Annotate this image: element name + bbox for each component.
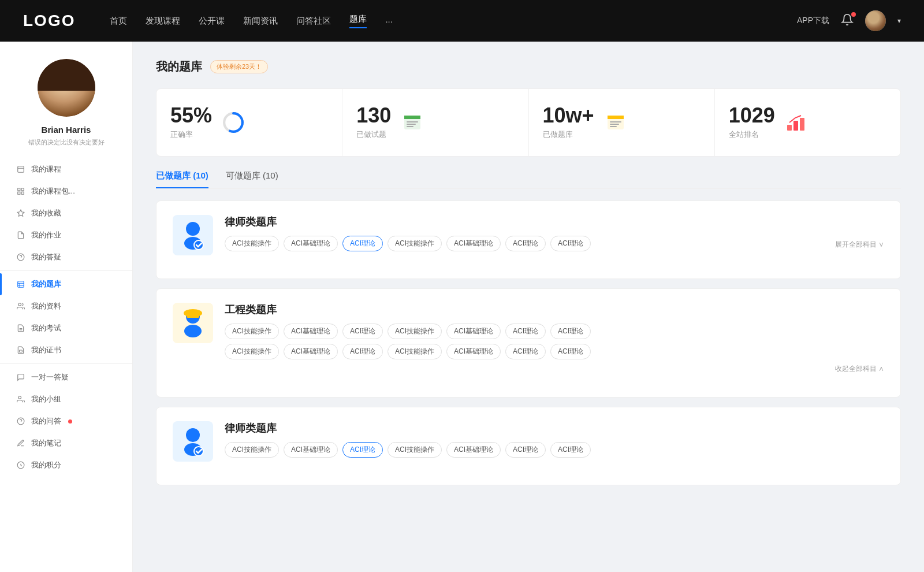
sidebar-item-group[interactable]: 我的小组 xyxy=(0,388,132,410)
sidebar-item-1on1-label: 一对一答疑 xyxy=(31,372,69,382)
qbank-card-lawyer-2-title: 律师类题库 xyxy=(225,421,884,435)
user-menu-chevron[interactable]: ▾ xyxy=(897,17,901,25)
law2-tag-2[interactable]: ACI理论 xyxy=(342,442,383,458)
svg-point-12 xyxy=(18,303,21,306)
sidebar-item-profile[interactable]: 我的资料 xyxy=(0,295,132,317)
qbank-card-engineer-tags-row1: ACI技能操作 ACI基础理论 ACI理论 ACI技能操作 ACI基础理论 AC… xyxy=(225,324,884,339)
sidebar-item-exam-label: 我的考试 xyxy=(31,323,61,333)
sidebar-item-1on1[interactable]: 一对一答疑 xyxy=(0,366,132,388)
tag-0[interactable]: ACI技能操作 xyxy=(225,236,279,251)
sidebar-item-qbank[interactable]: 我的题库 xyxy=(0,273,132,295)
collapse-link-engineer[interactable]: 收起全部科目 ∧ xyxy=(225,364,884,374)
stat-done-questions-text: 130 已做试题 xyxy=(356,105,391,140)
sidebar-item-favorites[interactable]: 我的收藏 xyxy=(0,202,132,224)
qbank-card-lawyer-2-tags: ACI技能操作 ACI基础理论 ACI理论 ACI技能操作 ACI基础理论 AC… xyxy=(225,442,884,458)
eng-tag-r1-0[interactable]: ACI技能操作 xyxy=(225,324,279,339)
svg-point-37 xyxy=(186,222,200,236)
law2-tag-5[interactable]: ACI理论 xyxy=(505,442,546,458)
svg-rect-25 xyxy=(407,121,418,122)
tag-2[interactable]: ACI理论 xyxy=(342,236,383,251)
stat-accuracy-value: 55% xyxy=(170,105,212,126)
profile-icon xyxy=(16,302,25,311)
group-icon xyxy=(16,395,25,404)
eng-tag-r1-5[interactable]: ACI理论 xyxy=(505,324,546,339)
svg-rect-34 xyxy=(787,125,792,131)
sidebar-item-certificate-label: 我的证书 xyxy=(31,345,61,355)
tag-1[interactable]: ACI基础理论 xyxy=(284,236,338,251)
myqa-red-dot xyxy=(68,419,72,424)
stat-ranking-value: 1029 xyxy=(729,105,775,126)
sidebar-item-qa-label: 我的答疑 xyxy=(31,252,61,262)
svg-rect-27 xyxy=(407,126,413,127)
tag-5[interactable]: ACI理论 xyxy=(505,236,546,251)
svg-rect-36 xyxy=(800,118,804,131)
law2-tag-6[interactable]: ACI理论 xyxy=(550,442,591,458)
page-title: 我的题库 xyxy=(156,59,202,75)
eng-tag-r1-3[interactable]: ACI技能操作 xyxy=(388,324,442,339)
eng-tag-r2-2[interactable]: ACI理论 xyxy=(342,344,383,359)
tabs: 已做题库 (10) 可做题库 (10) xyxy=(156,170,901,189)
sidebar-item-exam[interactable]: 我的考试 xyxy=(0,317,132,339)
sidebar-item-qa[interactable]: 我的答疑 xyxy=(0,246,132,268)
stat-done-questions-value: 130 xyxy=(356,105,391,126)
nav-news[interactable]: 新闻资讯 xyxy=(243,16,278,27)
qa-icon xyxy=(16,252,25,262)
avatar[interactable] xyxy=(865,10,886,31)
nav-discover[interactable]: 发现课程 xyxy=(146,16,180,27)
qbank-card-lawyer-1-title: 律师类题库 xyxy=(225,215,884,229)
sidebar-item-notes[interactable]: 我的笔记 xyxy=(0,432,132,454)
nav-more[interactable]: ··· xyxy=(385,16,393,26)
qbank-avatar-engineer xyxy=(173,303,213,343)
law2-tag-3[interactable]: ACI技能操作 xyxy=(388,442,442,458)
eng-tag-r2-1[interactable]: ACI基础理论 xyxy=(284,344,338,359)
eng-tag-r1-6[interactable]: ACI理论 xyxy=(550,324,591,339)
eng-tag-r1-4[interactable]: ACI基础理论 xyxy=(446,324,501,339)
qbank-card-lawyer-1-header: 律师类题库 ACI技能操作 ACI基础理论 ACI理论 ACI技能操作 ACI基… xyxy=(173,215,884,255)
sidebar-item-course-package[interactable]: 我的课程包... xyxy=(0,180,132,202)
law2-tag-1[interactable]: ACI基础理论 xyxy=(284,442,338,458)
sidebar-item-points[interactable]: 我的积分 xyxy=(0,454,132,476)
svg-rect-8 xyxy=(18,281,24,288)
notes-icon xyxy=(16,439,25,448)
expand-link-lawyer-1[interactable]: 展开全部科目 ∨ xyxy=(835,237,884,250)
eng-tag-r2-5[interactable]: ACI理论 xyxy=(505,344,546,359)
tag-3[interactable]: ACI技能操作 xyxy=(388,236,442,251)
sidebar-item-homework[interactable]: 我的作业 xyxy=(0,224,132,246)
stats-row: 55% 正确率 130 已做试题 xyxy=(156,88,901,157)
eng-tag-r2-0[interactable]: ACI技能操作 xyxy=(225,344,279,359)
eng-tag-r1-1[interactable]: ACI基础理论 xyxy=(284,324,338,339)
stat-done-banks-value: 10w+ xyxy=(543,105,594,126)
profile-avatar-image xyxy=(38,59,95,117)
sidebar-item-myqa[interactable]: 我的问答 xyxy=(0,410,132,432)
sidebar-item-course[interactable]: 我的课程 xyxy=(0,158,132,180)
stat-accuracy-label: 正确率 xyxy=(170,129,212,140)
tab-done[interactable]: 已做题库 (10) xyxy=(156,170,208,188)
nav-home[interactable]: 首页 xyxy=(110,16,127,27)
sidebar-item-certificate[interactable]: 我的证书 xyxy=(0,339,132,361)
qbank-icon xyxy=(16,280,25,289)
tag-6[interactable]: ACI理论 xyxy=(550,236,591,251)
svg-rect-26 xyxy=(407,124,416,125)
nav-open-course[interactable]: 公开课 xyxy=(199,16,225,27)
svg-rect-41 xyxy=(184,325,202,337)
sidebar-item-favorites-label: 我的收藏 xyxy=(31,208,61,218)
course-icon xyxy=(16,165,25,174)
tag-4[interactable]: ACI基础理论 xyxy=(446,236,501,251)
logo[interactable]: LOGO xyxy=(23,12,75,30)
eng-tag-r2-6[interactable]: ACI理论 xyxy=(550,344,591,359)
svg-rect-24 xyxy=(404,116,420,118)
notification-button[interactable] xyxy=(841,13,854,28)
stat-ranking-label: 全站排名 xyxy=(729,129,775,140)
app-download-button[interactable]: APP下载 xyxy=(797,16,829,26)
law2-tag-4[interactable]: ACI基础理论 xyxy=(446,442,501,458)
eng-tag-r2-3[interactable]: ACI技能操作 xyxy=(388,344,442,359)
nav-qbank[interactable]: 题库 xyxy=(349,14,367,28)
stat-done-questions-icon xyxy=(400,110,424,135)
eng-tag-r2-4[interactable]: ACI基础理论 xyxy=(446,344,501,359)
tab-todo[interactable]: 可做题库 (10) xyxy=(226,170,278,188)
eng-tag-r1-2[interactable]: ACI理论 xyxy=(342,324,383,339)
nav-qa[interactable]: 问答社区 xyxy=(296,16,331,27)
law2-tag-0[interactable]: ACI技能操作 xyxy=(225,442,279,458)
qbank-card-lawyer-2: 律师类题库 ACI技能操作 ACI基础理论 ACI理论 ACI技能操作 ACI基… xyxy=(156,407,901,485)
svg-rect-33 xyxy=(610,126,617,127)
